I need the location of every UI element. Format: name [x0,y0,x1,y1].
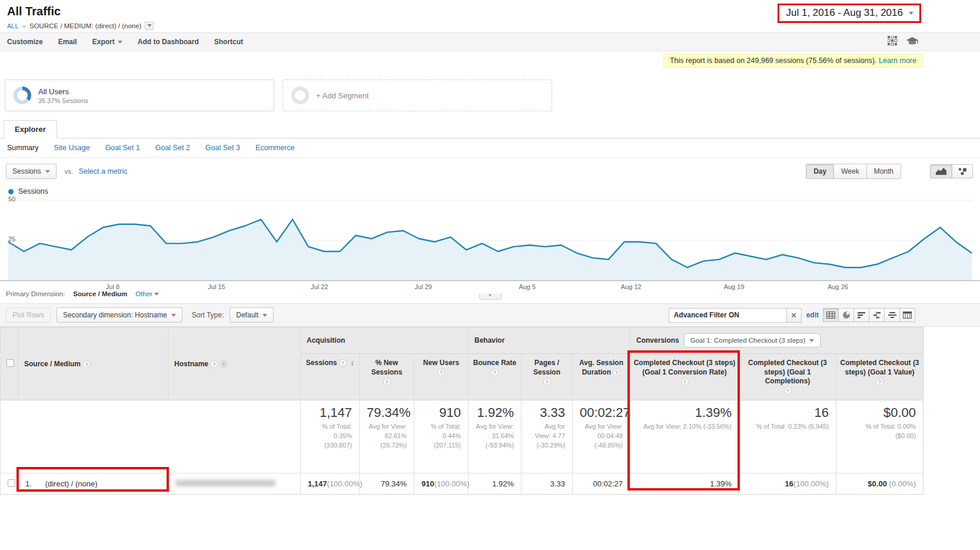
column-header-source-medium[interactable]: Source / Medium [18,327,168,400]
segment-title: All Users [38,87,88,96]
pct-new-sessions-header-label: % New Sessions [371,359,403,376]
email-button[interactable]: Email [58,38,77,46]
customize-button[interactable]: Customize [7,38,43,46]
sort-type-dropdown[interactable]: Default [230,307,274,323]
pivot-view-button[interactable] [899,308,915,322]
chart-collapse-handle[interactable]: ▾ [479,293,501,300]
learn-more-link[interactable]: Learn more [879,57,916,65]
x-tick: Aug 26 [828,283,848,290]
totals-bounce-rate-value: 1.92% [476,405,514,420]
granularity-month-button[interactable]: Month [866,164,901,179]
secondary-dimension-dropdown[interactable]: Secondary dimension: Hostname [57,307,182,323]
subtab-goal-set-2[interactable]: Goal Set 2 [155,144,190,152]
tab-explorer[interactable]: Explorer [4,120,57,138]
column-header-goal-conversion-rate[interactable]: Completed Checkout (3 steps) (Goal 1 Con… [630,354,739,400]
subtab-site-usage[interactable]: Site Usage [54,144,89,152]
remove-secondary-dimension-icon[interactable] [220,360,228,368]
totals-pct-new-sessions-value: 79.34% [367,405,407,420]
row-checkbox[interactable] [8,479,15,487]
column-header-goal-value[interactable]: Completed Checkout (3 steps) (Goal 1 Val… [836,354,923,400]
row-source-medium-cell[interactable]: 1. (direct) / (none) [18,473,168,495]
goal-selector-dropdown[interactable]: Goal 1: Completed Checkout (3 steps) [684,333,821,347]
help-icon[interactable] [613,369,620,376]
pages-session-header-label: Pages / Session [533,359,560,376]
hostname-blurred [175,480,275,486]
help-icon[interactable] [784,387,792,395]
legend-series-label: Sessions [18,187,48,196]
metric-select-dropdown[interactable]: Sessions [6,164,57,179]
breadcrumb-dropdown-button[interactable] [145,22,154,30]
row-sessions-value: 1,147 [308,479,327,488]
breadcrumb-all-link[interactable]: ALL [7,22,19,29]
date-range-value: Jul 1, 2016 - Aug 31, 2016 [786,7,903,19]
segment-subtitle: 35.37% Sessions [38,97,88,104]
comparison-view-button[interactable] [869,308,885,322]
totals-pages-session-sub: Avg for View: 4.77 (-30.29%) [529,422,565,450]
subtab-summary[interactable]: Summary [7,144,38,152]
metric-bar: Sessions vs. Select a metric Day Week Mo… [0,158,980,183]
plot-rows-button[interactable]: Plot Rows [6,307,51,323]
totals-goal-conversion-rate: 1.39%Avg for View: 2.10% (-33.56%) [630,400,739,473]
row-source-medium-value[interactable]: (direct) / (none) [45,479,98,488]
help-icon[interactable] [210,360,218,368]
x-tick: Jul 8 [106,283,119,290]
sampling-notice: This report is based on 249,969 sessions… [663,54,923,68]
help-icon[interactable] [437,369,445,376]
pivot-table-icon [903,312,912,319]
help-icon[interactable] [543,378,551,386]
totals-goal-completions-value: 16 [746,405,829,420]
select-all-checkbox[interactable] [6,359,14,367]
help-icon[interactable] [681,378,689,386]
granularity-buttons: Day Week Month [806,164,901,179]
totals-avg-session-duration-value: 00:02:27 [580,405,623,420]
sessions-chart[interactable] [0,198,980,283]
granularity-day-button[interactable]: Day [806,164,834,179]
table-row: 1. (direct) / (none) 1,147(100.00%) 79.3… [1,473,923,495]
shortcut-button[interactable]: Shortcut [214,38,243,46]
column-header-sessions[interactable]: Sessions ↓ [301,354,360,400]
add-segment-button[interactable]: + Add Segment [283,79,552,111]
subtab-ecommerce[interactable]: Ecommerce [255,144,295,152]
performance-bars-icon [858,312,866,319]
row-avg-session-duration-cell: 00:02:27 [573,473,630,495]
column-header-pct-new-sessions[interactable]: % New Sessions [360,354,414,400]
help-icon[interactable] [82,360,90,368]
help-icon[interactable] [491,369,499,376]
clear-filter-button[interactable]: ✕ [786,308,802,323]
column-header-hostname[interactable]: Hostname [168,327,301,400]
row-goal-completions-cell: 16(100.00%) [739,473,836,495]
subtab-goal-set-1[interactable]: Goal Set 1 [105,144,140,152]
sort-type-label: Sort Type: [192,311,224,319]
report-table-wrapper: Source / Medium Hostname Acquisition Beh… [0,327,923,495]
column-header-avg-session-duration[interactable]: Avg. Session Duration [573,354,630,400]
line-chart-view-button[interactable] [930,164,952,178]
date-range-picker[interactable]: Jul 1, 2016 - Aug 31, 2016 [778,4,922,23]
advanced-filter-input[interactable] [669,308,786,323]
apps-grid-icon[interactable] [888,36,898,48]
export-button[interactable]: Export [92,38,122,46]
term-cloud-view-button[interactable] [884,308,900,322]
performance-view-button[interactable] [853,308,869,322]
help-icon[interactable] [876,378,883,386]
add-to-dashboard-button[interactable]: Add to Dashboard [138,38,199,46]
select-a-metric-link[interactable]: Select a metric [79,167,128,175]
motion-chart-view-button[interactable] [952,164,973,178]
help-icon[interactable] [383,378,391,386]
column-header-goal-completions[interactable]: Completed Checkout (3 steps) (Goal 1 Com… [739,354,836,400]
row-checkbox-cell [1,473,18,495]
segment-all-users[interactable]: All Users 35.37% Sessions [5,79,274,111]
column-header-new-users[interactable]: New Users [414,354,469,400]
education-cap-icon[interactable] [906,37,919,48]
totals-avg-session-duration: 00:02:27Avg for View: 00:04:48 (-48.85%) [573,400,630,473]
help-icon[interactable] [339,359,347,367]
column-header-bounce-rate[interactable]: Bounce Rate [469,354,521,400]
percentage-view-button[interactable] [838,308,854,322]
source-medium-label: Source / Medium [24,360,81,368]
subtab-goal-set-3[interactable]: Goal Set 3 [205,144,240,152]
breadcrumb-separator: » [22,22,26,29]
edit-filter-link[interactable]: edit [806,311,819,319]
column-header-pages-session[interactable]: Pages / Session [521,354,573,400]
granularity-week-button[interactable]: Week [833,164,866,179]
table-view-button[interactable] [823,308,839,322]
bounce-rate-header-label: Bounce Rate [473,359,516,367]
